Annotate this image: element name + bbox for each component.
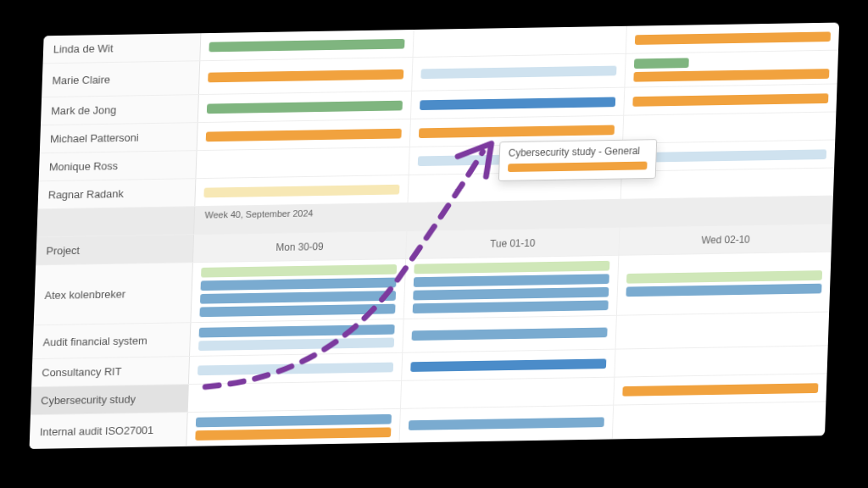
task-bar[interactable]	[633, 69, 829, 82]
task-bar[interactable]	[414, 261, 609, 274]
task-bar[interactable]	[632, 93, 828, 107]
task-bar[interactable]	[626, 270, 822, 284]
task-tooltip-label: Cybersecurity study - General	[509, 145, 648, 158]
task-bar[interactable]	[198, 362, 393, 375]
task-bar[interactable]	[206, 128, 402, 141]
task-bar[interactable]	[198, 337, 394, 351]
task-bar[interactable]	[199, 324, 395, 338]
task-bar[interactable]	[631, 149, 826, 163]
project-label[interactable]: Internal audit ISO27001	[30, 413, 188, 448]
project-header-label: Project	[36, 235, 194, 264]
task-bar[interactable]	[195, 427, 391, 441]
task-bar[interactable]	[634, 58, 689, 69]
task-bar[interactable]	[201, 278, 397, 291]
task-bar[interactable]	[199, 304, 395, 318]
task-bar[interactable]	[201, 264, 397, 278]
task-bar[interactable]	[413, 287, 609, 301]
day-cell[interactable]	[616, 252, 832, 315]
day-cell[interactable]	[191, 259, 405, 322]
day-cell[interactable]	[403, 256, 619, 319]
day-cell[interactable]	[188, 381, 401, 412]
project-label[interactable]: Atex kolenbreker	[34, 263, 193, 324]
day-cell[interactable]	[410, 88, 624, 119]
task-bar[interactable]	[203, 184, 399, 197]
day-cell[interactable]	[195, 175, 408, 206]
task-bar[interactable]	[196, 414, 392, 428]
planner-panel: Linda de WitMarie ClaireMark de JongMich…	[30, 23, 840, 449]
task-bar[interactable]	[420, 97, 615, 110]
day-cell[interactable]	[189, 353, 402, 384]
task-bar[interactable]	[209, 38, 404, 52]
task-bar[interactable]	[420, 66, 616, 80]
task-bar[interactable]	[410, 358, 606, 372]
day-cell[interactable]	[413, 26, 626, 57]
day-header[interactable]: Mon 30-09	[193, 231, 406, 262]
day-cell[interactable]	[200, 30, 413, 60]
day-cell[interactable]	[401, 350, 615, 380]
task-bar[interactable]	[207, 100, 403, 114]
day-cell[interactable]	[190, 319, 403, 356]
person-label[interactable]: Ragnar Radank	[38, 179, 197, 208]
day-cell[interactable]	[186, 409, 400, 446]
task-bar[interactable]	[622, 383, 818, 396]
task-bar[interactable]	[414, 274, 609, 287]
task-bar[interactable]	[208, 69, 403, 83]
task-bar[interactable]	[413, 300, 609, 313]
day-cell[interactable]	[196, 147, 409, 178]
task-bar[interactable]	[635, 31, 831, 45]
day-cell[interactable]	[411, 54, 626, 91]
task-bar[interactable]	[412, 328, 608, 341]
day-cell[interactable]	[624, 51, 838, 87]
task-tooltip-bar	[508, 162, 648, 172]
task-bar[interactable]	[409, 417, 604, 430]
person-label[interactable]: Linda de Wit	[43, 33, 202, 63]
task-tooltip: Cybersecurity study - General	[498, 139, 657, 181]
day-header[interactable]: Tue 01-10	[405, 228, 619, 258]
week-header-side	[36, 207, 195, 236]
person-label[interactable]: Monique Ross	[39, 151, 198, 180]
project-row: Atex kolenbreker	[34, 252, 832, 326]
day-header[interactable]: Wed 02-10	[618, 225, 832, 255]
task-bar[interactable]	[200, 291, 396, 304]
day-cell[interactable]	[402, 316, 616, 352]
task-bar[interactable]	[419, 125, 615, 138]
project-label[interactable]: Audit financial system	[32, 323, 191, 358]
